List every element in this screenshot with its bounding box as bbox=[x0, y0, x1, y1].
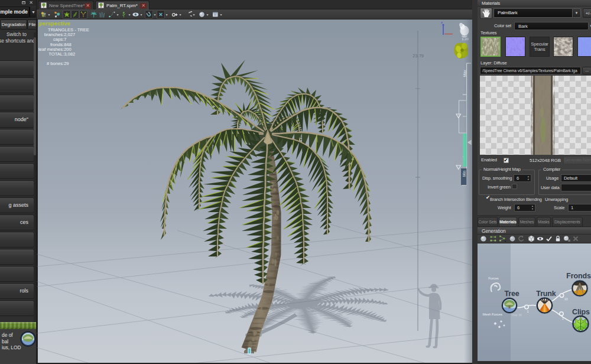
hand-tool-button[interactable] bbox=[480, 8, 492, 19]
texture-slot-detail[interactable] bbox=[553, 37, 573, 57]
texture-size-label: 512x2048 RGB bbox=[530, 158, 561, 163]
node-label-tree[interactable]: Tree bbox=[504, 290, 519, 298]
browse-button[interactable]: ... bbox=[582, 67, 591, 74]
tab-label: New SpeedTree* bbox=[49, 3, 85, 8]
spinner-arrows-icon[interactable]: ▲▼ bbox=[531, 205, 534, 210]
nodes-tool-icon[interactable] bbox=[53, 10, 61, 19]
generation-graph[interactable]: Forces Mesh Forces Year 36 bbox=[478, 243, 591, 361]
tab-label: Materials bbox=[499, 220, 517, 224]
eye-tool-icon[interactable] bbox=[131, 10, 139, 19]
lock-icon[interactable] bbox=[553, 235, 562, 243]
tab-label: Masks bbox=[538, 220, 549, 224]
user-data-input[interactable] bbox=[561, 184, 591, 191]
chevron-down-icon[interactable]: ▼ bbox=[30, 6, 37, 18]
texture-path-field[interactable]: /SpeedTree Cinema v6/Samples/Textures/Pa… bbox=[480, 67, 581, 74]
magnet-tool-icon[interactable] bbox=[145, 10, 153, 19]
sphere-pause-icon[interactable] bbox=[562, 235, 571, 243]
sprig-tool-icon[interactable] bbox=[119, 10, 128, 19]
sidebar-button[interactable] bbox=[0, 129, 34, 145]
sidebar-button[interactable] bbox=[0, 249, 34, 265]
spinner-arrows-icon[interactable]: ▲▼ bbox=[527, 176, 530, 181]
color-set-selector[interactable]: Bark bbox=[514, 22, 589, 30]
sidebar-button[interactable]: g assets bbox=[0, 197, 34, 213]
node-layout-v-icon[interactable] bbox=[498, 235, 506, 243]
sidebar-help-text: Switch to bbox=[7, 31, 27, 37]
tab-materials[interactable]: Materials bbox=[499, 217, 517, 227]
fern-tool-icon[interactable] bbox=[71, 10, 79, 19]
sidebar-button[interactable]: ces bbox=[0, 214, 34, 230]
tab-meshes[interactable]: Meshes bbox=[518, 217, 535, 227]
grass-tool-icon[interactable] bbox=[98, 10, 106, 19]
tab-degradation[interactable]: Degradation bbox=[0, 20, 27, 30]
sidebar-button[interactable] bbox=[0, 60, 34, 76]
node-label-trunk[interactable]: Trunk bbox=[536, 290, 556, 298]
sidebar-button[interactable] bbox=[0, 300, 34, 316]
panes-tool-icon[interactable] bbox=[211, 10, 219, 19]
texture-slot-specular[interactable]: Specular Trans bbox=[530, 37, 550, 57]
usage-selector[interactable]: Default bbox=[561, 174, 591, 182]
dotpath-tool-icon[interactable] bbox=[108, 10, 116, 19]
sphere-a-icon[interactable] bbox=[479, 235, 488, 243]
check-icon[interactable] bbox=[544, 235, 553, 243]
stat-key: # bones bbox=[41, 61, 63, 66]
tab-masks[interactable]: Masks bbox=[537, 217, 551, 227]
tab-file[interactable]: File bbox=[27, 20, 37, 30]
oplus-tool-icon[interactable] bbox=[170, 10, 178, 19]
texture-slot-normal[interactable] bbox=[505, 37, 525, 57]
tab-close-icon[interactable]: ✕ bbox=[85, 3, 91, 9]
document-tabbar: New SpeedTree* ✕ Palm_RT.spm* ✕ bbox=[37, 0, 472, 9]
tab-color-sets[interactable]: Color Sets bbox=[478, 217, 498, 227]
dropdown-arrow-icon[interactable]: ▾ bbox=[219, 12, 223, 17]
undo-tool-icon[interactable] bbox=[184, 10, 192, 19]
vbranch-tool-icon[interactable] bbox=[79, 10, 87, 19]
viewport-3d[interactable]: 23.79 bbox=[37, 20, 473, 363]
tree-doc-icon bbox=[41, 2, 47, 8]
refresh-icon[interactable] bbox=[517, 235, 525, 243]
flower-tool-icon[interactable] bbox=[39, 10, 47, 19]
node-layout-h-icon[interactable] bbox=[489, 235, 498, 243]
mode-selector[interactable]: Simple mode bbox=[0, 6, 30, 18]
sidebar-button[interactable] bbox=[0, 180, 34, 196]
leafstar-tool-icon[interactable] bbox=[63, 10, 71, 19]
xmark-tool-icon[interactable] bbox=[157, 10, 165, 19]
sidebar-button[interactable]: node" bbox=[0, 112, 34, 128]
sidebar-button[interactable] bbox=[0, 266, 34, 282]
float-window-icon[interactable] bbox=[22, 1, 25, 4]
sidebar-button[interactable] bbox=[0, 77, 34, 93]
invert-green-checkbox[interactable] bbox=[512, 184, 517, 189]
add-remove-material-button[interactable]: +/- bbox=[583, 8, 591, 18]
material-selector[interactable]: PalmBark bbox=[493, 8, 572, 18]
tab-close-icon[interactable]: ✕ bbox=[140, 3, 147, 9]
node-label-fronds[interactable]: Fronds bbox=[566, 272, 591, 280]
sidebar-button[interactable] bbox=[0, 232, 34, 248]
dice-icon[interactable] bbox=[527, 235, 535, 243]
sidebar-button[interactable]: rols bbox=[0, 283, 34, 299]
sidebar-button[interactable] bbox=[0, 163, 34, 179]
scale-input[interactable]: 1 bbox=[568, 204, 591, 212]
sphere-tool-icon[interactable] bbox=[197, 10, 206, 19]
node-label-clips[interactable]: Clips bbox=[572, 308, 590, 316]
sidebar-scrollbar-thumb[interactable] bbox=[34, 37, 36, 155]
viewport-mode-label[interactable]: perspective bbox=[39, 20, 70, 27]
tab-palm-rt[interactable]: Palm_RT.spm* ✕ bbox=[95, 1, 150, 9]
texture-slot-diffuse[interactable] bbox=[480, 37, 501, 57]
tab-new-speedtree[interactable]: New SpeedTree* ✕ bbox=[38, 1, 94, 9]
palmtree-tool-icon[interactable] bbox=[89, 10, 98, 19]
textures-label: Textures bbox=[480, 30, 497, 35]
normal-height-group-title: Normal/Height Map bbox=[482, 167, 522, 172]
sidebar-button-label: rols bbox=[20, 288, 28, 294]
tab-displacements[interactable]: Displacements bbox=[552, 217, 583, 227]
texture-slot-detail-normal[interactable] bbox=[577, 37, 591, 57]
close-x-icon[interactable] bbox=[571, 235, 580, 243]
enabled-checkbox[interactable] bbox=[504, 158, 509, 163]
chevron-down-icon[interactable]: ▼ bbox=[572, 8, 581, 18]
origin-gizmo[interactable] bbox=[248, 347, 251, 355]
sphere-b-icon[interactable] bbox=[508, 235, 517, 243]
close-icon[interactable]: ✕ bbox=[29, 0, 33, 5]
sidebar-button[interactable] bbox=[0, 95, 34, 110]
sidebar-button-label: ces bbox=[20, 219, 28, 225]
sidebar-button[interactable] bbox=[0, 146, 34, 162]
sidebar-scrollbar[interactable] bbox=[34, 32, 36, 325]
eye-g-icon[interactable] bbox=[535, 235, 544, 243]
generate-normal-button[interactable]: Generate Normal bbox=[563, 156, 591, 164]
